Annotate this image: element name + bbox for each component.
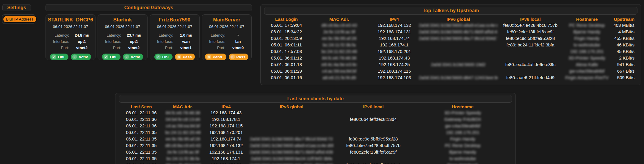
status-badge-label: Activ	[79, 55, 88, 59]
table-row: 06.01. 17:57:03bc:24:11:82:20:48192.168.…	[264, 48, 637, 54]
table-cell-blurred: bc:24:11:82:20:48	[164, 130, 202, 135]
table-cell: 192.168.174.74	[202, 136, 250, 141]
x-circle-icon: ✕	[230, 54, 235, 59]
gateway-interface-value: wan	[176, 38, 199, 45]
status-badge: ✓Activ	[123, 54, 143, 60]
gateway-port-row: Port:vtnet1	[150, 45, 199, 51]
table-cell-blurred: Firgin Amazon-FireTV	[563, 75, 611, 80]
table-cell-blurred: bc:24:11:82:20:48	[309, 49, 370, 54]
gateway-port-label: Port:	[46, 45, 71, 51]
status-badge-label: Pass	[236, 55, 245, 59]
gateway-latency-label: Latency:	[98, 32, 123, 38]
check-circle-icon: ✓	[51, 54, 56, 59]
blur-ip-address-button[interactable]: Blur IP Address	[3, 16, 36, 22]
table-cell: fe80::ea4c:4aff:fe9e:e39c	[498, 62, 563, 67]
column-header: Hostname	[413, 104, 512, 109]
status-badge-label: Pass	[183, 55, 192, 59]
status-badge: ✓Onl.	[154, 54, 173, 60]
table-cell: 2 KBit/s	[611, 55, 637, 60]
column-header: Hostname	[563, 17, 611, 22]
x-circle-icon: ✕	[206, 54, 211, 59]
table-row: 05.01. 06:01:29c4:ac:59:ea:84:bf192.168.…	[264, 68, 637, 74]
table-cell: 192.168.174.1	[370, 42, 419, 47]
settings-button[interactable]: Settings	[2, 4, 31, 11]
table-cell-blurred: Gateway FritzBOX	[413, 117, 512, 122]
column-header: MAC Adr.	[309, 17, 370, 22]
gateway-name: Starlink	[98, 17, 147, 23]
table-cell: 192.168.174.1	[202, 156, 250, 161]
table-cell-blurred: gw-c4ac59ea84bf	[413, 123, 512, 128]
table-cell: 06.01. 17:57:03	[264, 49, 309, 54]
table-row: 06.01. 15:34:222e:fe:13:f6:ac:9f192.168.…	[264, 28, 637, 35]
table-row: 06.01. 17:59:04d8:c8:8a:c9:e0:43192.168.…	[264, 22, 637, 28]
last-seen-title: Last seen clients by date	[287, 96, 344, 101]
table-cell-blurred: 3D-Printer Speedy	[413, 110, 512, 115]
table-cell: 941 Bit/s	[611, 62, 637, 67]
table-row: 05.01. 06:01:11bc:24:11:f2:3b:fa192.168.…	[264, 41, 637, 48]
table-cell: 4 MBit/s	[611, 29, 637, 34]
table-cell: 06.01. 22:11:30	[119, 163, 164, 164]
gateway-port-row: Port:vtnet2	[98, 45, 147, 51]
column-header: IPv6 global	[250, 104, 333, 109]
table-cell: 05.01. 06:01:18	[264, 62, 309, 67]
table-cell-blurred: ee:9c:5b:95:af:28	[164, 136, 202, 141]
table-cell: fe80::2cfe:13ff:fef6:ac9f	[498, 29, 563, 34]
table-cell: 06.01. 20:13:59	[264, 36, 309, 41]
gateway-port-value: vtnet1	[176, 45, 199, 51]
table-cell-blurred: 2a0d:3341:b19d:5600:4bc7:9b1d:934d:7236	[250, 136, 333, 141]
table-cell: fe80::b5e7:e428:4bc6:757b	[333, 143, 413, 148]
gateway-detail-rows: Latency:24.8 msInterface:opt1Port:vtnet2	[46, 32, 95, 51]
table-cell-blurred: e8:4c:4a:9e:e3:9c	[309, 62, 370, 67]
table-cell: 192.168.174.115	[370, 68, 419, 74]
table-cell: 192.168.174.131	[370, 29, 419, 34]
table-cell: 192.168.174.132	[202, 143, 250, 148]
table-cell-blurred: 2e:fe:13:f6:ac:9f	[164, 149, 202, 154]
top-talkers-panel: Top Talkers by Upstream Last LoginMAC Ad…	[260, 4, 641, 85]
table-cell: 06.01. 22:11:35	[119, 149, 164, 154]
top-talkers-table: Last LoginMAC Adr.IPv4IPv6 globalIPv6 lo…	[261, 16, 641, 81]
table-row: 06.01. 22:11:36c4:ac:59:ea:84:bf192.168.…	[119, 122, 512, 129]
gateway-interface-value: lan	[228, 38, 251, 45]
table-cell-blurred: 2e:fe:13:f6:ac:9f	[309, 29, 370, 34]
gateway-port-label: Port:	[98, 45, 123, 51]
gateway-card: MainServer06.01.2026 22:11:07Latency:~In…	[202, 14, 252, 60]
table-cell-blurred: PC Rene Desktop	[413, 143, 512, 148]
table-cell: 455 KBit/s	[611, 36, 637, 41]
table-row: 06.01. 22:11:35bc:24:11:82:20:48192.168.…	[119, 129, 512, 135]
status-badge-label: Onl.	[58, 55, 65, 59]
table-cell-blurred: tv-wohnstube	[563, 42, 611, 47]
table-cell: 192.168.174.43	[202, 110, 250, 115]
column-header: IPv6 local	[498, 17, 563, 22]
gateway-latency-row: Latency:1.0 ms	[150, 32, 199, 38]
table-row: 06.01. 22:11:3604:b4:fe:c8:13:d4192.168.…	[119, 116, 512, 122]
table-header-row: Last SeenMAC Adr.IPv4IPv6 globalIPv6 loc…	[119, 104, 512, 109]
status-badge: ✕Pass	[229, 54, 248, 60]
settings-button-label: Settings	[7, 5, 26, 10]
column-header: Upstream	[611, 17, 637, 22]
column-header: IPv4	[202, 104, 250, 109]
table-cell: fe80::b5e7:e428:4bc6:757b	[498, 23, 563, 28]
gateway-timestamp: 06.01.2026 22:11:07	[202, 24, 251, 29]
table-cell-blurred: tv-wohnstube	[413, 156, 512, 161]
table-row: 06.01. 22:11:3038:ea:db:8f:b3:0d192.168.…	[119, 162, 512, 164]
gateway-interface-row: Interface:lan	[202, 38, 251, 45]
table-cell: 192.168.174.115	[202, 123, 250, 128]
check-circle-icon: ✓	[72, 54, 77, 59]
gateway-detail-rows: Latency:1.0 msInterface:wanPort:vtnet1	[150, 32, 199, 51]
table-cell: fe80::6b4:feff:fec8:13d4	[333, 117, 413, 122]
column-header: IPv6 local	[333, 104, 413, 109]
table-row: 06.01. 22:11:35bc:24:11:f2:3b:fa192.168.…	[119, 155, 512, 162]
gateway-latency-label: Latency:	[202, 32, 228, 38]
table-cell-blurred: Bjarne Handy	[563, 29, 611, 34]
gateway-latency-label: Latency:	[150, 32, 176, 38]
status-badge-label: Pend.	[213, 55, 223, 59]
table-cell-blurred: Firgin Handy	[413, 136, 512, 141]
table-cell-blurred: Firgin Handy	[563, 36, 611, 41]
gateway-timestamp: 06.01.2026 22:11:07	[150, 24, 199, 29]
table-cell-blurred: d8:c8:8a:c9:e0:43	[309, 23, 370, 28]
table-cell: 06.01. 22:11:35	[119, 143, 164, 148]
table-cell-blurred: 84:fc:e6:78:48:38	[164, 110, 202, 115]
table-cell-blurred: 2a0d:3341:b19d:5600:19d2	[419, 62, 498, 67]
gateway-port-value: vtnet2	[71, 45, 95, 51]
gateway-detail-rows: Latency:~Interface:lanPort:vtnet0	[202, 32, 251, 51]
